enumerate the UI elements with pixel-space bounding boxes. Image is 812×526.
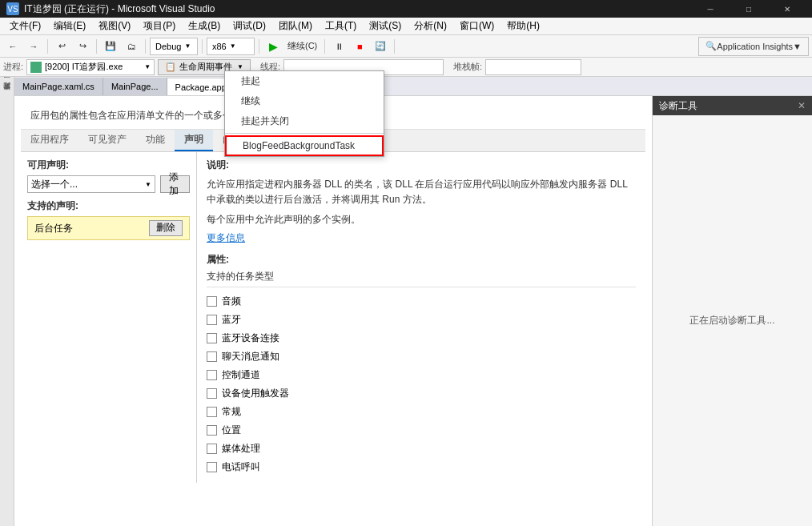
checkbox-location: 位置 bbox=[207, 421, 636, 440]
declarations-layout: 可用声明: 选择一个... ▼ 添加 支持的声明: 后台任务 bbox=[21, 152, 645, 483]
menu-help[interactable]: 帮助(H) bbox=[500, 18, 546, 35]
checkbox-device-trigger-input[interactable] bbox=[207, 388, 217, 399]
toolbar-sep-5 bbox=[259, 39, 259, 54]
minimize-btn[interactable]: ─ bbox=[692, 0, 729, 18]
pause-btn[interactable]: ⏸ bbox=[329, 37, 348, 56]
description-section: 说明: 允许应用指定进程内服务器 DLL 的类名，该 DLL 在后台运行应用代码… bbox=[197, 152, 645, 483]
checkbox-phone-input[interactable] bbox=[207, 462, 217, 472]
process-icon bbox=[30, 62, 42, 73]
process-dropdown[interactable]: [9200] IT追梦园.exe ▼ bbox=[26, 59, 155, 75]
delete-declaration-btn[interactable]: 删除 bbox=[149, 220, 183, 236]
description-note: 每个应用中允许此声明的多个实例。 bbox=[207, 212, 636, 227]
menu-edit[interactable]: 编辑(E) bbox=[47, 18, 92, 35]
close-icon[interactable]: ✕ bbox=[798, 100, 806, 111]
left-sidebar: 团队 解决方案 bbox=[0, 77, 14, 526]
checkbox-control-channel: 控制通道 bbox=[207, 366, 636, 384]
declarations-list: 支持的声明: 后台任务 删除 bbox=[27, 199, 190, 240]
editor-area: MainPage.xaml.cs MainPage... Package.app… bbox=[14, 77, 812, 526]
add-declaration-btn[interactable]: 添加 bbox=[160, 175, 190, 193]
title-bar: VS IT追梦园 (正在运行) - Microsoft Visual Studi… bbox=[0, 0, 812, 18]
menu-tools[interactable]: 工具(T) bbox=[319, 18, 363, 35]
checkbox-location-input[interactable] bbox=[207, 425, 217, 436]
back-btn[interactable]: ← bbox=[3, 37, 22, 56]
sidebar-solution-explorer[interactable]: 解决方案 bbox=[0, 90, 14, 102]
checkbox-media-input[interactable] bbox=[207, 444, 217, 454]
menu-analyze[interactable]: 分析(N) bbox=[408, 18, 453, 35]
menu-build[interactable]: 生成(B) bbox=[182, 18, 227, 35]
toolbar-sep-6 bbox=[324, 39, 325, 54]
restart-btn[interactable]: 🔄 bbox=[371, 37, 390, 56]
available-select[interactable]: 选择一个... ▼ bbox=[27, 175, 155, 193]
select-chevron-icon: ▼ bbox=[145, 181, 151, 188]
continue-btn[interactable]: 继续(C) bbox=[284, 37, 320, 56]
toolbar-sep-4 bbox=[202, 39, 203, 54]
manifest-tab-declarations[interactable]: 声明 bbox=[175, 130, 213, 151]
stack-dropdown[interactable] bbox=[485, 59, 581, 75]
redo-btn[interactable]: ↪ bbox=[73, 37, 92, 56]
stop-btn[interactable]: ■ bbox=[350, 37, 369, 56]
start-btn[interactable]: ▶ bbox=[263, 37, 283, 56]
process-bar: 进程: [9200] IT追梦园.exe ▼ 📋 生命周期事件 ▼ 线程: 堆栈… bbox=[0, 58, 812, 77]
menu-window[interactable]: 窗口(W) bbox=[453, 18, 500, 35]
menu-file[interactable]: 文件(F) bbox=[3, 18, 47, 35]
available-label: 可用声明: bbox=[27, 159, 190, 172]
tab-mainpage-xaml-cs[interactable]: MainPage.xaml.cs bbox=[14, 78, 103, 95]
checkbox-phone: 电话呼叫 bbox=[207, 458, 636, 476]
toolbar-sep-7 bbox=[394, 39, 395, 54]
manifest-panel: 应用包的属性包含在应用清单文件的一个或多个属性。 应用程序 可见资产 功能 声明… bbox=[14, 96, 652, 526]
checkbox-control-channel-input[interactable] bbox=[207, 370, 217, 380]
manifest-tab-assets[interactable]: 可见资产 bbox=[78, 130, 136, 151]
window-title: IT追梦园 (正在运行) - Microsoft Visual Studio bbox=[24, 2, 687, 16]
menu-debug[interactable]: 调试(D) bbox=[227, 18, 272, 35]
diagnostics-panel: 诊断工具 ✕ 正在启动诊断工具... bbox=[652, 96, 812, 526]
undo-btn[interactable]: ↩ bbox=[52, 37, 71, 56]
manifest-tab-app[interactable]: 应用程序 bbox=[21, 130, 78, 151]
available-controls: 选择一个... ▼ 添加 bbox=[27, 175, 190, 193]
declarations-left-panel: 可用声明: 选择一个... ▼ 添加 支持的声明: 后台任务 bbox=[21, 152, 197, 483]
tab-mainpage[interactable]: MainPage... bbox=[103, 78, 167, 95]
toolbar-sep-3 bbox=[145, 39, 146, 54]
lifecycle-menu-item-resume[interactable]: 继续 bbox=[225, 91, 384, 111]
main-toolbar: ← → ↩ ↪ 💾 🗂 Debug ▼ x86 ▼ ▶ 继续(C) ⏸ ■ 🔄 … bbox=[0, 35, 812, 58]
checkboxes-list: 音频 蓝牙 蓝牙设备连接 bbox=[207, 292, 636, 476]
description-text: 允许应用指定进程内服务器 DLL 的类名，该 DLL 在后台运行应用代码以响应外… bbox=[207, 177, 636, 207]
lifecycle-chevron-icon: ▼ bbox=[237, 63, 243, 70]
menu-project[interactable]: 项目(P) bbox=[137, 18, 182, 35]
properties-section: 属性: 支持的任务类型 音频 蓝牙 bbox=[207, 253, 636, 476]
debug-config-dropdown[interactable]: Debug ▼ bbox=[150, 38, 198, 55]
lifecycle-menu-item-suspend-close[interactable]: 挂起并关闭 bbox=[225, 111, 384, 131]
checkbox-bluetooth-input[interactable] bbox=[207, 315, 217, 325]
checkbox-chat-input[interactable] bbox=[207, 351, 217, 362]
maximize-btn[interactable]: □ bbox=[730, 0, 767, 18]
app-insights-btn[interactable]: 🔍 Application Insights ▼ bbox=[698, 37, 809, 56]
toolbar-sep-1 bbox=[47, 39, 48, 54]
checkbox-bluetooth-device-input[interactable] bbox=[207, 333, 217, 343]
lifecycle-menu-item-blog-task[interactable]: BlogFeedBackgroundTask bbox=[225, 135, 384, 156]
save-all-btn[interactable]: 🗂 bbox=[122, 37, 141, 56]
menu-test[interactable]: 测试(S) bbox=[363, 18, 408, 35]
menu-view[interactable]: 视图(V) bbox=[92, 18, 137, 35]
app-icon: VS bbox=[6, 2, 19, 15]
manifest-tab-capabilities[interactable]: 功能 bbox=[136, 130, 175, 151]
main-layout: 团队 解决方案 MainPage.xaml.cs MainPage... Pac… bbox=[0, 77, 812, 526]
supported-label: 支持的声明: bbox=[27, 199, 190, 213]
process-chevron-icon: ▼ bbox=[144, 63, 151, 70]
tab-bar: MainPage.xaml.cs MainPage... Package.app… bbox=[14, 77, 812, 96]
save-btn[interactable]: 💾 bbox=[101, 37, 120, 56]
close-btn[interactable]: ✕ bbox=[769, 0, 806, 18]
diagnostics-header: 诊断工具 ✕ bbox=[653, 96, 812, 115]
stack-label: 堆栈帧: bbox=[453, 61, 482, 73]
lifecycle-dropdown: 挂起 继续 挂起并关闭 BlogFeedBackgroundTask bbox=[224, 70, 384, 157]
menu-team[interactable]: 团队(M) bbox=[272, 18, 319, 35]
lifecycle-menu-item-suspend[interactable]: 挂起 bbox=[225, 71, 384, 91]
sidebar-team-explorer[interactable]: 团队 bbox=[0, 77, 14, 90]
description-title: 说明: bbox=[207, 159, 636, 172]
more-info-link[interactable]: 更多信息 bbox=[207, 231, 636, 245]
forward-btn[interactable]: → bbox=[24, 37, 43, 56]
platform-dropdown[interactable]: x86 ▼ bbox=[207, 38, 255, 55]
declaration-item-background-task[interactable]: 后台任务 删除 bbox=[27, 216, 190, 240]
window-controls: ─ □ ✕ bbox=[692, 0, 806, 18]
menu-bar: 文件(F) 编辑(E) 视图(V) 项目(P) 生成(B) 调试(D) 团队(M… bbox=[0, 18, 812, 35]
checkbox-audio-input[interactable] bbox=[207, 296, 217, 307]
checkbox-general-input[interactable] bbox=[207, 407, 217, 417]
